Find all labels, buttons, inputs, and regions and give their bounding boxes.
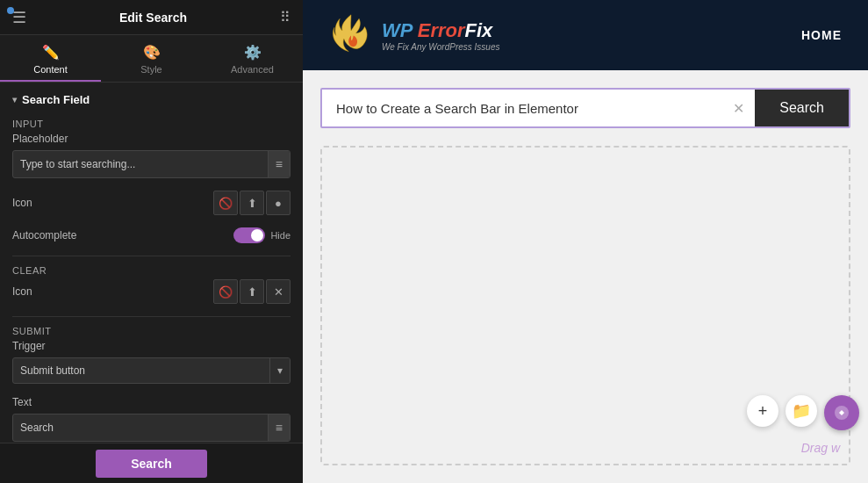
search-input-field[interactable]	[322, 90, 722, 126]
add-action-button[interactable]: +	[747, 395, 778, 427]
hamburger-icon[interactable]: ☰	[12, 8, 26, 27]
text-icon-btn[interactable]: ≡	[268, 415, 290, 441]
toggle-knob	[251, 229, 263, 242]
section-header: ▾ Search Field	[12, 93, 291, 106]
clear-icon-btn-group: 🚫 ⬆ ✕	[213, 279, 291, 304]
placeholder-icon-btn[interactable]: ≡	[268, 151, 290, 177]
tab-advanced[interactable]: ⚙️ Advanced	[202, 35, 303, 82]
text-sublabel: Text	[12, 396, 291, 408]
tab-content[interactable]: ✏️ Content	[0, 35, 101, 82]
panel-header: ☰ Edit Search ⠿	[0, 0, 303, 35]
site-logo: WP ErrorFix We Fix Any WordPress Issues	[329, 13, 499, 57]
autocomplete-toggle-group: Hide	[233, 227, 291, 243]
autocomplete-label: Autocomplete	[12, 229, 76, 242]
search-submit-button[interactable]: Search	[755, 90, 849, 126]
placeholder-input[interactable]	[13, 152, 268, 177]
logo-wp: WP	[382, 19, 418, 41]
logo-fix: Fix	[465, 19, 493, 41]
text-input-group: ≡	[12, 414, 291, 442]
trigger-sublabel: Trigger	[12, 340, 291, 352]
text-input[interactable]	[13, 415, 268, 440]
right-panel: WP ErrorFix We Fix Any WordPress Issues …	[303, 0, 868, 483]
logo-tagline: We Fix Any WordPress Issues	[382, 42, 499, 52]
search-clear-button[interactable]: ✕	[722, 90, 755, 126]
canvas-actions: + 📁	[747, 395, 859, 430]
left-panel: ☰ Edit Search ⠿ ✏️ Content 🎨 Style ⚙️ Ad…	[0, 0, 303, 483]
trigger-select[interactable]: Submit button	[13, 358, 269, 383]
input-icon-row: Icon 🚫 ⬆ ●	[12, 191, 291, 215]
select-arrow-icon: ▾	[269, 358, 290, 383]
clear-upload-btn[interactable]: ⬆	[240, 279, 264, 304]
search-widget: ✕ Search	[320, 88, 850, 128]
nav-home[interactable]: HOME	[801, 28, 842, 42]
clear-ban-btn[interactable]: 🚫	[213, 279, 238, 304]
icon-upload-btn[interactable]: ⬆	[240, 191, 264, 215]
purple-action-button[interactable]	[824, 395, 859, 430]
input-icon-label: Icon	[12, 197, 32, 209]
panel-tabs: ✏️ Content 🎨 Style ⚙️ Advanced	[0, 35, 303, 83]
autocomplete-toggle[interactable]	[233, 227, 265, 243]
content-tab-icon: ✏️	[42, 44, 60, 61]
panel-footer: Search	[0, 443, 303, 483]
style-tab-icon: 🎨	[143, 44, 161, 61]
clear-icon-row: Icon 🚫 ⬆ ✕	[12, 279, 291, 304]
placeholder-input-group: ≡	[12, 150, 291, 178]
site-nav: HOME	[801, 28, 842, 42]
canvas-area: ✕ Search Drag w + 📁	[303, 70, 868, 483]
logo-main-text: WP ErrorFix	[382, 19, 499, 42]
input-icon-btn-group: 🚫 ⬆ ●	[213, 191, 291, 215]
divider-1	[12, 256, 291, 256]
logo-svg-icon	[329, 13, 373, 57]
section-title: Search Field	[22, 93, 90, 106]
folder-action-button[interactable]: 📁	[786, 395, 817, 427]
logo-error: Error	[418, 19, 465, 41]
icon-circle-btn[interactable]: ●	[266, 191, 291, 215]
style-tab-label: Style	[140, 64, 161, 75]
blue-dot-indicator	[7, 7, 14, 14]
drag-text: Drag w	[801, 441, 840, 455]
autocomplete-state: Hide	[270, 230, 291, 241]
clear-group-label: Clear	[12, 265, 291, 276]
input-group-label: Input	[12, 119, 291, 129]
trigger-select-group: Submit button ▾	[12, 357, 291, 384]
content-tab-label: Content	[33, 64, 68, 75]
divider-2	[12, 316, 291, 317]
panel-content: ▾ Search Field Input Placeholder ≡ Icon …	[0, 83, 303, 443]
placeholder-sublabel: Placeholder	[12, 133, 291, 145]
submit-group-label: Submit	[12, 326, 291, 336]
advanced-tab-label: Advanced	[231, 64, 274, 75]
panel-title: Edit Search	[119, 11, 187, 25]
section-arrow-icon[interactable]: ▾	[12, 95, 17, 105]
autocomplete-row: Autocomplete Hide	[12, 227, 291, 243]
icon-ban-btn[interactable]: 🚫	[213, 191, 238, 215]
advanced-tab-icon: ⚙️	[244, 44, 262, 61]
clear-icon-label: Icon	[12, 285, 32, 298]
elementor-icon	[833, 404, 850, 422]
grid-icon[interactable]: ⠿	[280, 9, 291, 25]
logo-text: WP ErrorFix We Fix Any WordPress Issues	[382, 19, 499, 52]
tab-style[interactable]: 🎨 Style	[101, 35, 202, 82]
site-header: WP ErrorFix We Fix Any WordPress Issues …	[303, 0, 868, 70]
footer-search-button[interactable]: Search	[96, 450, 207, 478]
clear-x-btn[interactable]: ✕	[266, 279, 291, 304]
